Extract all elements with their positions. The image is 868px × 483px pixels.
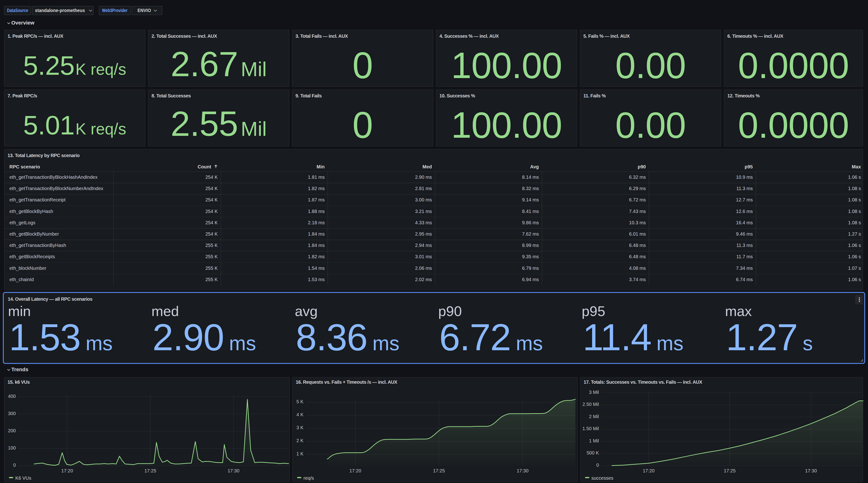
svg-text:17:30: 17:30	[805, 468, 817, 473]
svg-text:0: 0	[13, 462, 16, 467]
svg-text:17:25: 17:25	[724, 468, 736, 473]
svg-text:1 K: 1 K	[297, 451, 304, 456]
svg-text:2.50 Mil: 2.50 Mil	[583, 402, 599, 407]
svg-text:17:25: 17:25	[145, 468, 156, 473]
svg-text:300: 300	[8, 410, 16, 416]
svg-text:3 K: 3 K	[297, 425, 304, 430]
svg-text:4 K: 4 K	[297, 412, 304, 417]
svg-text:successes: successes	[591, 475, 613, 480]
svg-text:1.50 Mil: 1.50 Mil	[583, 426, 599, 431]
svg-text:17:25: 17:25	[433, 468, 445, 473]
svg-text:1 Mil: 1 Mil	[589, 438, 599, 443]
svg-text:17:30: 17:30	[517, 468, 528, 473]
svg-text:17:20: 17:20	[61, 468, 73, 473]
svg-text:3 Mil: 3 Mil	[589, 389, 599, 395]
svg-text:K6 VUs: K6 VUs	[15, 475, 31, 480]
svg-text:17:20: 17:20	[643, 468, 654, 473]
svg-text:17:20: 17:20	[349, 468, 361, 473]
svg-text:5 K: 5 K	[297, 399, 304, 404]
svg-text:2 Mil: 2 Mil	[589, 414, 599, 419]
svg-text:req/s: req/s	[304, 475, 314, 480]
svg-text:0: 0	[596, 462, 599, 467]
svg-text:17:30: 17:30	[227, 468, 239, 473]
svg-text:400: 400	[8, 393, 16, 399]
svg-text:2 K: 2 K	[297, 438, 304, 443]
svg-text:100: 100	[8, 445, 16, 450]
svg-text:200: 200	[8, 428, 16, 433]
svg-text:500 K: 500 K	[587, 450, 599, 455]
